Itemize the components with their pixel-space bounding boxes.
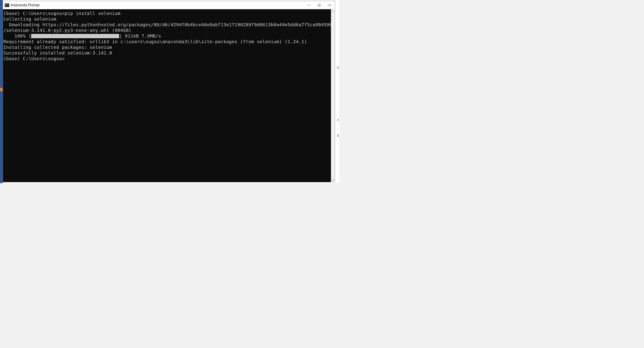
maximize-icon: [318, 4, 320, 6]
background-link-fragment-1[interactable]: n: [337, 66, 339, 69]
background-text-fragment-2: c: [338, 118, 339, 121]
close-button[interactable]: [324, 1, 335, 9]
scroll-down-button[interactable]: [331, 178, 335, 182]
terminal-line: /selenium-3.141.0-py2.py3-none-any.whl (…: [4, 28, 331, 33]
background-notification-badge: 1: [0, 88, 3, 91]
command-text: pip install selenium: [65, 11, 120, 16]
svg-rect-1: [318, 4, 320, 6]
terminal-line: Installing collected packages: selenium: [4, 45, 331, 50]
minimize-icon: [308, 4, 310, 6]
background-right-strip: n c n: [334, 0, 339, 183]
prompt-text: (base) C:\Users\sugsu>: [4, 11, 65, 16]
progress-percent: 100% |: [4, 33, 31, 39]
close-icon: [328, 4, 331, 6]
minimize-button[interactable]: [304, 1, 314, 9]
titlebar[interactable]: Anaconda Prompt: [3, 1, 335, 9]
progress-bar: [31, 34, 119, 38]
background-left-strip: [0, 0, 3, 183]
maximize-button[interactable]: [314, 1, 324, 9]
scroll-track[interactable]: [331, 13, 335, 178]
chevron-down-icon: [332, 179, 334, 181]
terminal-line: (base) C:\Users\sugsu>: [4, 56, 331, 62]
terminal-line: 100% || 911kB 7.9MB/s: [4, 33, 331, 39]
terminal-line: Downloading https://files.pythonhosted.o…: [4, 22, 331, 28]
background-link-fragment-3[interactable]: n: [337, 133, 339, 137]
terminal-line: Requirement already satisfied: urllib3 i…: [4, 39, 331, 45]
terminal-icon: [5, 4, 9, 7]
progress-speed: | 911kB 7.9MB/s: [119, 33, 161, 39]
terminal-line: Successfully installed selenium-3.141.0: [4, 50, 331, 56]
vertical-scrollbar[interactable]: [331, 9, 335, 182]
terminal-output[interactable]: (base) C:\Users\sugsu>pip install seleni…: [3, 9, 331, 182]
terminal-window: Anaconda Prompt (base) C:\Users\sugsu>pi…: [3, 1, 335, 182]
terminal-line: (base) C:\Users\sugsu>pip install seleni…: [4, 11, 331, 16]
chevron-up-icon: [332, 10, 334, 12]
terminal-line: Collecting selenium: [4, 16, 331, 22]
scroll-up-button[interactable]: [331, 9, 335, 13]
window-title: Anaconda Prompt: [10, 3, 40, 7]
